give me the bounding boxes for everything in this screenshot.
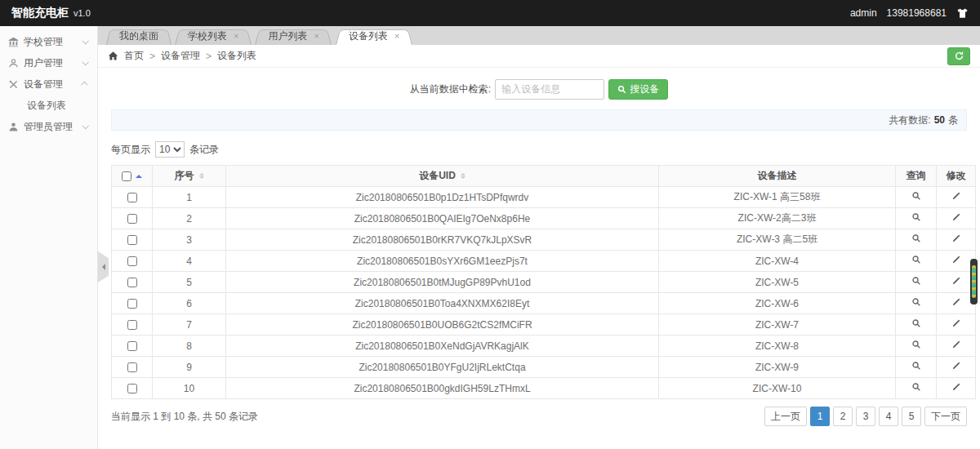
view-icon[interactable] bbox=[911, 191, 921, 201]
user-name: admin bbox=[850, 7, 877, 19]
row-index: 1 bbox=[153, 187, 226, 208]
row-device-uid: Zic20180806501B00gkdIGH59LzTHmxL bbox=[226, 378, 659, 399]
edit-pencil-icon[interactable] bbox=[951, 191, 961, 201]
search-input[interactable] bbox=[495, 79, 604, 100]
total-count-unit: 条 bbox=[948, 113, 958, 127]
edit-pencil-icon[interactable] bbox=[951, 340, 961, 349]
row-device-desc: ZIC-XW-8 bbox=[659, 336, 896, 357]
edit-pencil-icon[interactable] bbox=[951, 255, 961, 265]
row-checkbox[interactable] bbox=[127, 341, 137, 351]
view-icon[interactable] bbox=[911, 340, 921, 349]
row-device-uid: Zic20180806501B0XeNdGjAVRKagjAlK bbox=[226, 336, 659, 357]
page-button-5[interactable]: 5 bbox=[902, 407, 921, 426]
row-checkbox[interactable] bbox=[127, 256, 137, 266]
table-row: 3 Zic20180806501B0rKR7VKQ7kJLpXSvR ZIC-X… bbox=[112, 229, 976, 251]
refresh-icon bbox=[954, 51, 964, 61]
breadcrumb-device-mgmt[interactable]: 设备管理 bbox=[161, 49, 200, 63]
app-window: 智能充电柜 v1.0 admin 13981968681 学校管理 用户管理 bbox=[0, 0, 980, 449]
row-device-uid: Zic20180806501B0sYXr6GM1eezPjs7t bbox=[226, 251, 659, 272]
tab-user-list[interactable]: 用户列表× bbox=[255, 28, 332, 45]
admin-user-icon bbox=[8, 122, 19, 132]
row-device-uid: Zic20180806501B0rKR7VKQ7kJLpXSvR bbox=[226, 229, 659, 251]
refresh-button[interactable] bbox=[947, 47, 970, 65]
row-checkbox[interactable] bbox=[127, 362, 137, 372]
breadcrumb-home[interactable]: 首页 bbox=[124, 49, 144, 63]
sidebar-subitem-device-list[interactable]: 设备列表 bbox=[0, 95, 97, 116]
edit-pencil-icon[interactable] bbox=[951, 297, 961, 307]
select-all-checkbox[interactable] bbox=[122, 171, 131, 181]
row-checkbox[interactable] bbox=[127, 193, 137, 202]
row-checkbox[interactable] bbox=[127, 214, 137, 224]
column-label: 查询 bbox=[906, 170, 926, 181]
sidebar-item-school-mgmt[interactable]: 学校管理 bbox=[0, 31, 97, 52]
tab-label: 我的桌面 bbox=[119, 30, 158, 42]
row-checkbox[interactable] bbox=[127, 299, 137, 309]
row-device-desc: ZIC-XW-7 bbox=[659, 314, 896, 336]
view-icon[interactable] bbox=[911, 276, 921, 286]
edit-pencil-icon[interactable] bbox=[951, 382, 961, 392]
tab-label: 用户列表 bbox=[268, 30, 307, 42]
table-row: 8 Zic20180806501B0XeNdGjAVRKagjAlK ZIC-X… bbox=[112, 336, 976, 357]
header-desc: 设备描述 bbox=[659, 166, 896, 187]
row-checkbox[interactable] bbox=[127, 278, 137, 287]
row-checkbox[interactable] bbox=[127, 384, 137, 393]
sidebar-item-admin-mgmt[interactable]: 管理员管理 bbox=[0, 116, 97, 137]
edit-pencil-icon[interactable] bbox=[951, 361, 961, 371]
prev-page-button[interactable]: 上一页 bbox=[764, 407, 807, 426]
header-select-all[interactable] bbox=[112, 166, 153, 187]
row-device-uid: Zic20180806501B0QAIEIg7OeNx8p6He bbox=[226, 208, 659, 229]
row-index: 5 bbox=[153, 272, 226, 293]
header-index[interactable]: 序号 bbox=[153, 166, 226, 187]
row-device-desc: ZIC-XW-5 bbox=[659, 272, 896, 293]
view-icon[interactable] bbox=[911, 212, 921, 222]
tab-school-list[interactable]: 学校列表× bbox=[175, 28, 252, 45]
sidebar-item-user-mgmt[interactable]: 用户管理 bbox=[0, 52, 97, 73]
view-icon[interactable] bbox=[911, 233, 921, 243]
search-label: 从当前数据中检索: bbox=[410, 82, 491, 96]
sidebar-item-device-mgmt[interactable]: 设备管理 bbox=[0, 73, 97, 95]
tab-my-desktop[interactable]: 我的桌面 bbox=[106, 28, 172, 45]
view-icon[interactable] bbox=[911, 255, 921, 265]
page-button-3[interactable]: 3 bbox=[856, 407, 875, 426]
device-table: 序号 设备UID 设备描述 查询 修改 1 Zic20180806501B0p1… bbox=[111, 165, 976, 399]
tshirt-icon[interactable] bbox=[956, 7, 969, 20]
app-version: v1.0 bbox=[74, 8, 91, 18]
next-page-button[interactable]: 下一页 bbox=[924, 407, 967, 426]
search-button[interactable]: 搜设备 bbox=[608, 79, 668, 100]
view-icon[interactable] bbox=[911, 297, 921, 307]
chevron-up-icon bbox=[81, 81, 87, 87]
user-phone: 13981968681 bbox=[887, 7, 947, 19]
tab-device-list[interactable]: 设备列表× bbox=[336, 28, 412, 45]
sort-icon bbox=[199, 173, 204, 179]
breadcrumb-separator: > bbox=[206, 51, 212, 62]
school-building-icon bbox=[8, 37, 19, 47]
edit-pencil-icon[interactable] bbox=[951, 318, 961, 328]
sort-icon bbox=[461, 173, 466, 179]
chevron-left-icon bbox=[99, 264, 105, 270]
close-icon[interactable]: × bbox=[314, 31, 318, 41]
scroll-minimap-widget bbox=[970, 259, 978, 305]
edit-pencil-icon[interactable] bbox=[951, 276, 961, 286]
edit-pencil-icon[interactable] bbox=[951, 212, 961, 222]
table-footer: 当前显示 1 到 10 条, 共 50 条记录 上一页 12345 下一页 bbox=[111, 407, 967, 426]
page-button-1[interactable]: 1 bbox=[810, 407, 830, 426]
row-device-uid: Zic20180806501B0tMJugGP89PvhU1od bbox=[226, 272, 659, 293]
total-count-label: 共有数据: bbox=[889, 113, 930, 127]
close-icon[interactable]: × bbox=[394, 31, 399, 41]
column-label: 修改 bbox=[947, 170, 966, 181]
table-row: 7 Zic20180806501B0UOB6G2tCS2fMCiFR ZIC-X… bbox=[112, 314, 976, 336]
page-size-select[interactable]: 10 bbox=[155, 141, 185, 158]
row-index: 8 bbox=[153, 336, 226, 357]
row-checkbox[interactable] bbox=[127, 320, 137, 330]
view-icon[interactable] bbox=[911, 318, 921, 328]
row-checkbox[interactable] bbox=[127, 235, 137, 245]
page-button-4[interactable]: 4 bbox=[879, 407, 898, 426]
view-icon[interactable] bbox=[911, 361, 921, 371]
edit-pencil-icon[interactable] bbox=[951, 233, 961, 243]
header-uid[interactable]: 设备UID bbox=[226, 166, 659, 187]
close-icon[interactable]: × bbox=[234, 31, 238, 41]
view-icon[interactable] bbox=[911, 382, 921, 392]
column-label: 序号 bbox=[175, 170, 194, 181]
tab-label: 学校列表 bbox=[188, 30, 227, 42]
page-button-2[interactable]: 2 bbox=[833, 407, 853, 426]
